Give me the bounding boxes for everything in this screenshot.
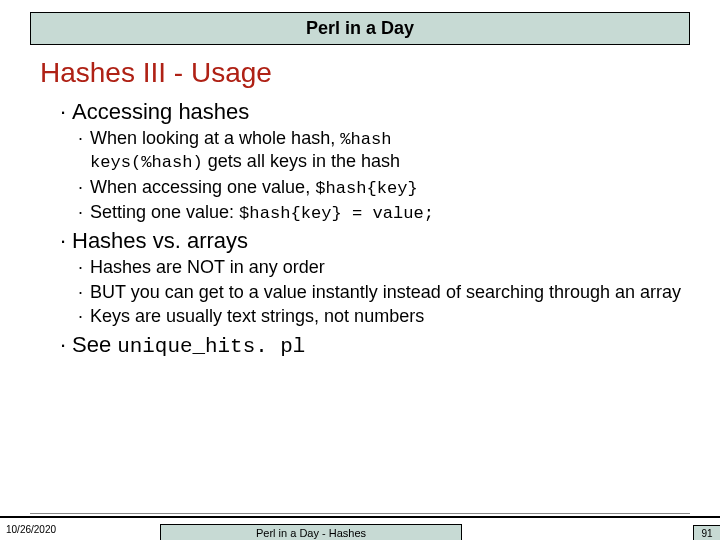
slide-header: Perl in a Day <box>30 12 690 45</box>
slide-title: Hashes III - Usage <box>40 57 720 89</box>
bullet-no-order: Hashes are NOT in any order <box>78 256 695 279</box>
text: See <box>72 332 117 357</box>
code: keys(%hash) <box>90 153 203 172</box>
bullet-accessing: Accessing hashes <box>60 99 695 125</box>
text: Setting one value: <box>90 202 239 222</box>
page-number: 91 <box>693 525 720 540</box>
code: $hash{key} <box>315 179 418 198</box>
text: When looking at a whole hash, <box>90 128 340 148</box>
footer-date: 10/26/2020 <box>6 524 56 535</box>
bullet-set-one: Setting one value: $hash{key} = value; <box>78 201 695 224</box>
divider <box>30 513 690 514</box>
slide-content: Accessing hashes When looking at a whole… <box>60 99 695 358</box>
bullet-text-keys: Keys are usually text strings, not numbe… <box>78 305 695 328</box>
text: gets all keys in the hash <box>203 151 400 171</box>
text: When accessing one value, <box>90 177 315 197</box>
code: %hash <box>340 130 391 149</box>
code: $hash{key} = value; <box>239 204 434 223</box>
code: unique_hits. pl <box>117 335 305 358</box>
slide-footer: 10/26/2020 Perl in a Day - Hashes 91 <box>0 516 720 540</box>
bullet-whole-hash: When looking at a whole hash, %hash keys… <box>78 127 695 174</box>
bullet-see: See unique_hits. pl <box>60 332 695 358</box>
bullet-instant: BUT you can get to a value instantly ins… <box>78 281 695 304</box>
bullet-vs-arrays: Hashes vs. arrays <box>60 228 695 254</box>
bullet-access-one: When accessing one value, $hash{key} <box>78 176 695 199</box>
footer-title: Perl in a Day - Hashes <box>160 524 462 540</box>
